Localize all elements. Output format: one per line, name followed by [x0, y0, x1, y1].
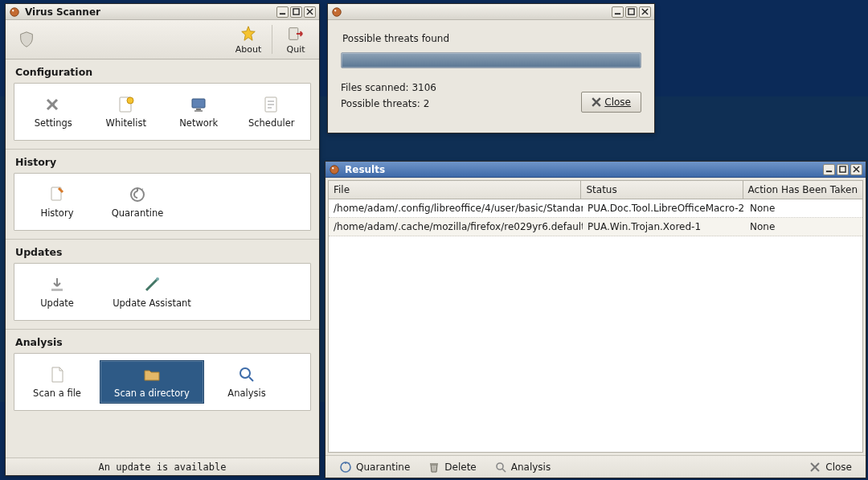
maximize-button[interactable]: [837, 164, 849, 175]
settings-icon: [43, 95, 63, 114]
configuration-header: Configuration: [14, 59, 311, 83]
shield-icon: [18, 31, 35, 48]
scanner-title: Virus Scanner: [25, 6, 272, 18]
dialog-titlebar[interactable]: [328, 4, 654, 20]
network-label: Network: [179, 117, 218, 129]
possible-threats-label: Possible threats:: [341, 98, 420, 109]
dialog-close-label: Close: [604, 96, 631, 108]
home-button[interactable]: [12, 22, 41, 58]
files-scanned-label: Files scanned:: [341, 82, 409, 93]
col-status[interactable]: Status: [581, 181, 743, 199]
close-button[interactable]: [639, 6, 651, 18]
cell-status: PUA.Doc.Tool.LibreOfficeMacro-2: [583, 199, 745, 217]
cell-status: PUA.Win.Trojan.Xored-1: [583, 218, 745, 236]
quit-button[interactable]: Quit: [279, 22, 313, 58]
network-tile[interactable]: Network: [165, 90, 233, 133]
quarantine-icon: [128, 185, 147, 204]
table-row[interactable]: /home/adam/.config/libreoffice/4/user/ba…: [329, 199, 862, 218]
scheduler-tile[interactable]: Scheduler: [238, 90, 306, 133]
col-file[interactable]: File: [329, 181, 581, 199]
whitelist-label: Whitelist: [106, 117, 146, 129]
dialog-close-button[interactable]: Close: [581, 92, 641, 113]
update-icon: [47, 275, 67, 294]
history-icon: [47, 185, 67, 204]
cell-file: /home/adam/.cache/mozilla/firefox/re029y…: [329, 218, 583, 236]
progress-bar: [341, 52, 641, 68]
analysis-header: Analysis: [14, 330, 311, 353]
col-action[interactable]: Action Has Been Taken: [743, 181, 862, 199]
svg-point-25: [497, 463, 503, 470]
svg-point-14: [156, 277, 159, 281]
analysis-section: Analysis Scan a file Scan a directory An…: [6, 329, 319, 419]
about-label: About: [235, 44, 262, 55]
quarantine-icon: [339, 461, 352, 474]
threats-dialog: Possible threats found Files scanned: 31…: [327, 3, 655, 133]
svg-point-0: [10, 7, 19, 16]
close-button[interactable]: [304, 6, 316, 18]
files-scanned-row: Files scanned: 3106: [341, 80, 581, 96]
whitelist-tile[interactable]: Whitelist: [92, 90, 161, 133]
svg-point-17: [334, 10, 336, 11]
update-assistant-tile[interactable]: Update Assistant: [100, 270, 204, 314]
svg-rect-2: [280, 13, 285, 14]
folder-icon: [142, 365, 162, 384]
minimize-button[interactable]: [612, 6, 624, 18]
quarantine-tile[interactable]: Quarantine: [100, 180, 175, 224]
svg-rect-19: [628, 9, 634, 14]
results-title: Results: [345, 164, 818, 175]
svg-point-21: [332, 167, 334, 169]
wand-icon: [142, 275, 162, 294]
scan-file-tile[interactable]: Scan a file: [19, 360, 95, 404]
footer-analysis-button[interactable]: Analysis: [487, 457, 558, 477]
footer-close-button[interactable]: Close: [801, 457, 859, 477]
footer-close-label: Close: [825, 462, 852, 473]
updates-section: Updates Update Update Assistant: [6, 239, 319, 329]
close-icon: [592, 97, 601, 107]
results-titlebar[interactable]: Results: [326, 162, 866, 178]
results-table: File Status Action Has Been Taken /home/…: [328, 180, 863, 453]
svg-rect-3: [293, 9, 299, 14]
analysis-label: Analysis: [227, 388, 265, 399]
minimize-button[interactable]: [276, 6, 289, 18]
update-assistant-label: Update Assistant: [113, 297, 191, 309]
quit-icon: [287, 25, 305, 43]
results-window: Results File Status Action Has Been Take…: [325, 161, 866, 478]
history-tile[interactable]: History: [19, 180, 95, 224]
scan-directory-tile[interactable]: Scan a directory: [100, 360, 204, 404]
footer-delete-button[interactable]: Delete: [420, 457, 483, 477]
scheduler-label: Scheduler: [248, 117, 295, 129]
app-icon: [9, 6, 20, 18]
update-tile[interactable]: Update: [19, 270, 95, 314]
about-button[interactable]: About: [231, 22, 265, 58]
update-label: Update: [40, 297, 74, 309]
settings-tile[interactable]: Settings: [19, 90, 88, 133]
app-icon: [329, 164, 340, 175]
svg-rect-8: [192, 99, 205, 108]
history-section: History History Quarantine: [6, 149, 319, 239]
configuration-section: Configuration Settings Whitelist Network…: [6, 59, 319, 149]
magnifier-icon: [237, 365, 256, 384]
scanner-titlebar[interactable]: Virus Scanner: [6, 4, 319, 20]
maximize-button[interactable]: [625, 6, 637, 18]
settings-label: Settings: [35, 117, 72, 129]
files-scanned-value: 3106: [411, 82, 436, 93]
analysis-tile[interactable]: Analysis: [209, 360, 285, 404]
history-header: History: [14, 150, 311, 173]
svg-point-16: [333, 7, 342, 16]
svg-rect-22: [826, 170, 832, 172]
maximize-button[interactable]: [290, 6, 302, 18]
scan-directory-label: Scan a directory: [114, 388, 190, 399]
close-button[interactable]: [850, 164, 862, 175]
quit-label: Quit: [287, 44, 305, 55]
footer-delete-label: Delete: [444, 462, 476, 473]
minimize-button[interactable]: [823, 164, 835, 175]
svg-point-15: [240, 368, 250, 378]
app-icon: [331, 6, 342, 18]
svg-point-1: [12, 10, 14, 11]
svg-rect-10: [194, 110, 203, 112]
footer-quarantine-button[interactable]: Quarantine: [332, 457, 417, 477]
cell-action: None: [745, 218, 862, 236]
history-label: History: [41, 207, 74, 219]
possible-threats-row: Possible threats: 2: [341, 96, 581, 112]
table-row[interactable]: /home/adam/.cache/mozilla/firefox/re029y…: [329, 218, 862, 236]
